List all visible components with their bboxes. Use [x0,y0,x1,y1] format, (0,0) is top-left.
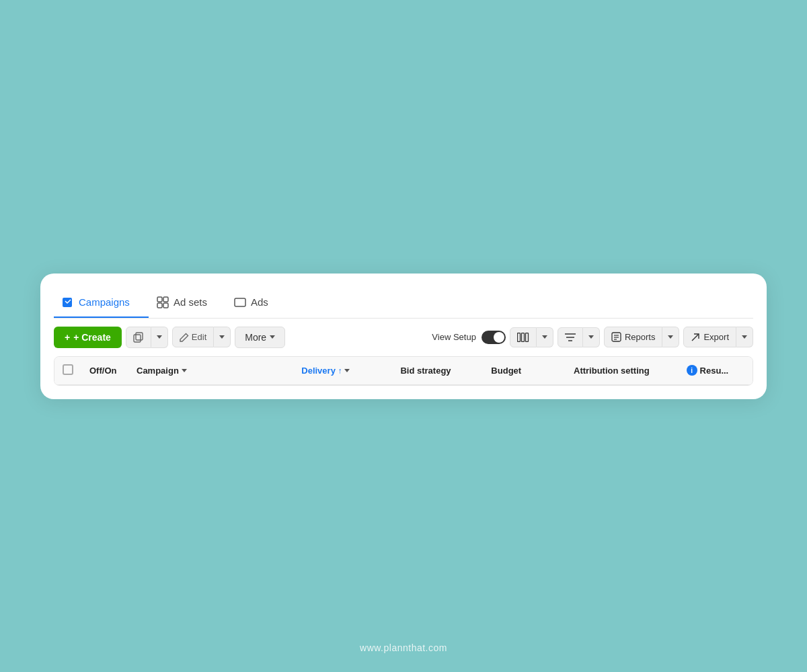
table-wrapper: Off/On Campaign Delivery ↑ [54,356,753,386]
tab-ads-label: Ads [251,296,268,308]
tab-campaigns-label: Campaigns [79,296,130,308]
filter-icon [565,333,576,342]
col-onoff-label: Off/On [89,366,116,376]
export-icon [691,333,700,342]
view-setup-toggle[interactable] [482,331,506,344]
columns-arrow-icon [542,335,547,339]
create-button[interactable]: + + Create [54,327,122,348]
svg-rect-3 [157,303,162,308]
reports-button[interactable]: Reports [604,327,663,347]
edit-button[interactable]: Edit [172,327,214,347]
columns-icon [517,333,529,342]
col-header-budget: Budget [483,357,566,385]
columns-button[interactable] [510,327,537,347]
svg-rect-6 [136,333,143,340]
more-arrow-icon [270,335,275,339]
edit-icon [180,333,189,342]
tab-ads[interactable]: Ads [226,290,287,318]
col-attribution-label: Attribution setting [574,366,650,376]
edit-dropdown-button[interactable] [214,327,231,347]
col-header-bid: Bid strategy [392,357,483,385]
col-header-onoff: Off/On [81,357,128,385]
duplicate-group [126,327,168,348]
delivery-col-dropdown-icon[interactable] [344,369,350,372]
duplicate-button[interactable] [126,327,151,348]
campaigns-table: Off/On Campaign Delivery ↑ [54,357,753,385]
campaign-col-dropdown-icon[interactable] [182,369,187,372]
col-campaign-label: Campaign [137,366,179,376]
header-checkbox[interactable] [63,364,73,375]
export-label: Export [703,332,729,342]
export-group: Export [683,327,753,347]
reports-group: Reports [604,327,680,347]
export-dropdown-button[interactable] [736,327,753,347]
filter-group [558,327,600,347]
edit-arrow-icon [219,335,225,339]
col-header-results: i Resu... [679,357,753,385]
filter-arrow-icon [588,335,594,339]
col-budget-label: Budget [491,366,521,376]
col-results-label: Resu... [700,366,729,376]
reports-icon [611,332,621,342]
col-header-checkbox[interactable] [54,357,81,385]
columns-group [510,327,553,347]
edit-group: Edit [172,327,231,347]
campaigns-icon [62,296,74,308]
svg-rect-5 [235,298,245,306]
results-info-icon[interactable]: i [687,365,697,376]
filter-dropdown-button[interactable] [583,327,600,347]
tab-nav: Campaigns Ad sets Ads [54,290,753,319]
col-header-attribution: Attribution setting [566,357,679,385]
duplicate-dropdown-button[interactable] [151,327,168,348]
view-setup-label: View Setup [432,332,476,342]
ads-icon [234,296,246,308]
reports-arrow-icon [668,335,673,339]
svg-rect-9 [521,333,524,341]
watermark: www.plannthat.com [360,642,447,653]
col-header-delivery[interactable]: Delivery ↑ [293,357,392,385]
svg-rect-2 [163,297,168,302]
svg-rect-7 [134,335,141,342]
tab-adsets-label: Ad sets [174,296,207,308]
columns-dropdown-button[interactable] [537,327,553,347]
more-label: More [245,332,266,343]
col-header-campaign[interactable]: Campaign [128,357,293,385]
svg-rect-4 [163,303,168,308]
tab-campaigns[interactable]: Campaigns [54,290,149,318]
main-card: Campaigns Ad sets Ads + [40,274,767,399]
col-delivery-label: Delivery ↑ [301,366,342,376]
svg-rect-10 [525,333,528,341]
toggle-knob [494,332,504,343]
export-arrow-icon [742,335,747,339]
export-button[interactable]: Export [683,327,736,347]
filter-button[interactable] [558,327,583,347]
reports-label: Reports [625,332,656,342]
table-header-row: Off/On Campaign Delivery ↑ [54,357,753,385]
view-setup-container: View Setup [432,331,506,344]
col-bid-label: Bid strategy [400,366,451,376]
edit-label: Edit [192,332,206,342]
duplicate-arrow-icon [157,335,162,339]
adsets-icon [157,296,169,308]
create-label: + Create [73,332,111,343]
toolbar: + + Create Edit [54,327,753,348]
svg-rect-1 [157,297,162,302]
reports-dropdown-button[interactable] [662,327,679,347]
tab-adsets[interactable]: Ad sets [149,290,226,318]
svg-rect-8 [517,333,520,341]
create-plus-icon: + [65,332,70,343]
more-button[interactable]: More [235,327,285,348]
duplicate-icon [133,332,144,343]
